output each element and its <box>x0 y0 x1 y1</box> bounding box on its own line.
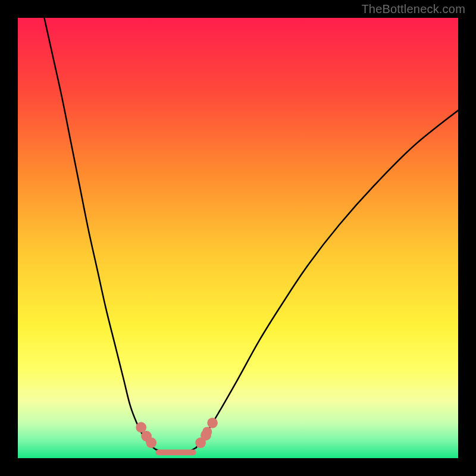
chart-svg <box>0 0 476 476</box>
left-dot-3 <box>146 437 156 448</box>
valley-bar <box>156 450 196 456</box>
chart-stage: TheBottleneck.com <box>0 0 476 476</box>
left-dot-1 <box>136 422 146 433</box>
plot-background <box>18 18 458 458</box>
right-dot-3 <box>202 427 212 436</box>
right-dot-4 <box>207 418 218 428</box>
